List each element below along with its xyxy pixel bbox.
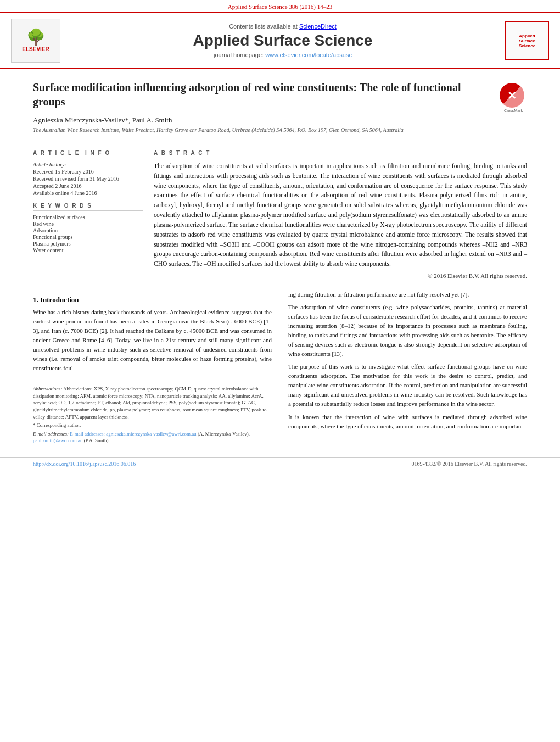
homepage-label: journal homepage:: [214, 52, 265, 58]
journal-ref-text: Applied Surface Science 386 (2016) 14–23: [228, 3, 332, 10]
received-date: Received 15 February 2016: [33, 169, 143, 175]
corresponding-footnote: * Corresponding author.: [33, 422, 272, 429]
email-1-link[interactable]: E-mail addresses: agnieszka.mierczynska-…: [70, 431, 196, 437]
article-header: Surface modification influencing adsorpt…: [0, 69, 560, 138]
email-2-link[interactable]: paul.smith@awri.com.au: [33, 438, 83, 443]
author-names: Agnieszka Mierczynska-Vasilev*, Paul A. …: [33, 116, 172, 124]
left-column: A R T I C L E I N F O Article history: R…: [33, 150, 143, 279]
intro-paragraph-4: It is known that the interaction of wine…: [288, 412, 527, 431]
accepted-date: Accepted 2 June 2016: [33, 183, 143, 189]
revised-date: Received in revised form 31 May 2016: [33, 176, 143, 182]
crossmark-icon: ✕: [500, 83, 524, 108]
email-2-name: (P.A. Smith).: [84, 438, 110, 443]
article-title: Surface modification influencing adsorpt…: [33, 80, 489, 109]
article-info-abstract-section: A R T I C L E I N F O Article history: R…: [0, 144, 560, 284]
elsevier-tree-icon: 🌳: [26, 30, 46, 45]
copyright-line: © 2016 Elsevier B.V. All rights reserved…: [154, 272, 527, 279]
abbreviations-label: Abbreviations:: [33, 386, 62, 392]
keyword-2: Red wine: [33, 221, 143, 227]
crossmark-logo: ✕ CrossMark: [500, 83, 527, 110]
intro-paragraph-1: Wine has a rich history dating back thou…: [33, 308, 272, 373]
journal-logo-block: AppliedSurfaceScience: [505, 21, 549, 60]
crossmark-label: CrossMark: [500, 109, 527, 113]
keywords-heading: K E Y W O R D S: [33, 203, 143, 211]
keyword-1: Functionalized surfaces: [33, 214, 143, 220]
elsevier-brand-text: ELSEVIER: [22, 46, 49, 52]
abstract-heading: A B S T R A C T: [154, 150, 527, 158]
abbreviations-footnote: Abbreviations: Abbreviations: XPS, X-ray…: [33, 386, 272, 420]
abstract-body: The adsorption of wine constituents at s…: [154, 161, 527, 269]
keyword-3: Adsorption: [33, 227, 143, 233]
keywords-section: K E Y W O R D S Functionalized surfaces …: [33, 203, 143, 253]
doi-link[interactable]: http://dx.doi.org/10.1016/j.apsusc.2016.…: [33, 461, 136, 467]
journal-header: 🌳 ELSEVIER Contents lists available at S…: [0, 12, 560, 69]
journal-name: Applied Surface Science: [71, 32, 494, 49]
footnotes-section: Abbreviations: Abbreviations: XPS, X-ray…: [33, 382, 272, 444]
keyword-5: Plasma polymers: [33, 241, 143, 247]
page-container: Applied Surface Science 386 (2016) 14–23…: [0, 0, 560, 742]
available-date: Available online 4 June 2016: [33, 190, 143, 196]
email-1-name: (A. Mierczynska-Vasilev),: [198, 431, 250, 437]
intro-paragraph-3: The purpose of this work is to investiga…: [288, 362, 527, 409]
article-info-heading: A R T I C L E I N F O: [33, 150, 143, 158]
affiliation-text: The Australian Wine Research Institute, …: [33, 127, 527, 133]
elsevier-logo: 🌳 ELSEVIER: [11, 19, 60, 63]
issn-text: 0169-4332/© 2016 Elsevier B.V. All right…: [412, 461, 527, 467]
right-column: A B S T R A C T The adsorption of wine c…: [154, 150, 527, 279]
article-history-label: Article history:: [33, 161, 143, 168]
journal-title-block: Contents lists available at ScienceDirec…: [71, 23, 494, 58]
bottom-bar: http://dx.doi.org/10.1016/j.apsusc.2016.…: [0, 457, 560, 470]
main-left-col: 1. Introduction Wine has a rich history …: [33, 290, 272, 446]
history-label: Article history:: [33, 161, 66, 168]
corresponding-text: * Corresponding author.: [33, 422, 81, 428]
email-footnote: E-mail addresses: E-mail addresses: agni…: [33, 431, 272, 444]
email-label: E-mail addresses:: [33, 431, 69, 437]
intro-paragraph-2: The adsorption of wine constituents (e.g…: [288, 303, 527, 359]
contents-available-line: Contents lists available at ScienceDirec…: [71, 23, 494, 30]
main-right-col: ing during filtration or filtration perf…: [288, 290, 527, 446]
journal-logo-title: AppliedSurfaceScience: [519, 34, 535, 48]
main-content-section: 1. Introduction Wine has a rich history …: [0, 284, 560, 451]
journal-reference-bar: Applied Surface Science 386 (2016) 14–23: [0, 0, 560, 12]
keyword-6: Water content: [33, 247, 143, 253]
intro-section-title: 1. Introduction: [33, 295, 272, 304]
contents-label: Contents lists available at: [229, 23, 299, 30]
sciencedirect-link[interactable]: ScienceDirect: [299, 23, 337, 30]
abbreviations-text: Abbreviations: XPS, X-ray photoelectron …: [33, 386, 268, 419]
abstract-paragraph: The adsorption of wine constituents at s…: [154, 161, 527, 269]
homepage-link[interactable]: www.elsevier.com/locate/apsusc: [265, 52, 352, 58]
section-number: 1.: [33, 295, 38, 304]
section-heading-text: Introduction: [40, 295, 79, 304]
authors-line: Agnieszka Mierczynska-Vasilev*, Paul A. …: [33, 116, 527, 125]
keyword-4: Functional groups: [33, 234, 143, 240]
journal-homepage-line: journal homepage: www.elsevier.com/locat…: [71, 52, 494, 58]
intro-paragraph-1-cont: ing during filtration or filtration perf…: [288, 290, 527, 299]
